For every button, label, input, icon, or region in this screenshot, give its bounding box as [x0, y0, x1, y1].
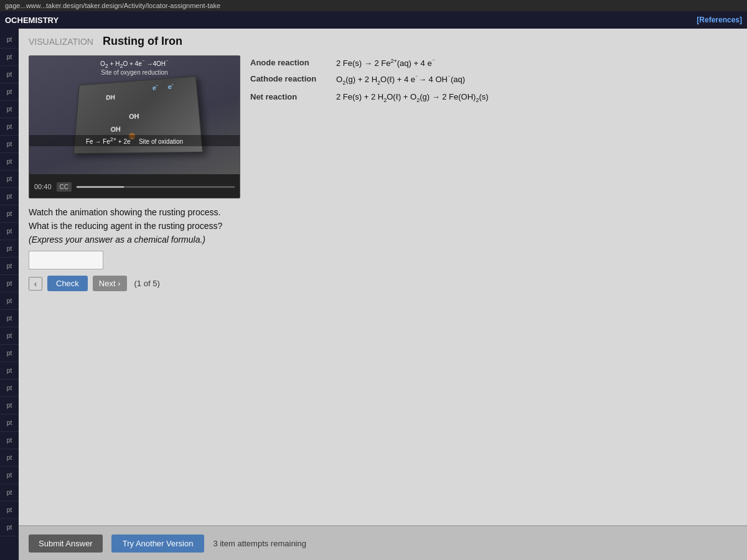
top-bar: gage...www...taker.design/taker.design/A…: [0, 0, 747, 11]
bottom-overlay: Fe → Fe2+ + 2e⁻ Site of oxidation: [29, 135, 240, 146]
electron-arrow-1: e-: [153, 82, 158, 91]
nav-row: ‹ Check Next › (1 of 5): [29, 276, 737, 291]
content-area: VISUALIZATION Rusting of Iron O2 + H2O +…: [19, 29, 747, 560]
sidebar-pt: pt: [0, 240, 19, 258]
check-button[interactable]: Check: [47, 276, 88, 291]
question-area: Watch the animation showing the rusting …: [29, 207, 737, 269]
page-title: VISUALIZATION Rusting of Iron: [29, 35, 737, 48]
sidebar-pt: pt: [0, 153, 19, 170]
sidebar-pt: pt: [0, 223, 19, 240]
sidebar-pt: pt: [0, 275, 19, 292]
subject-header: OCHEMISTRY [References]: [0, 11, 747, 29]
sidebar-pt: pt: [0, 188, 19, 205]
prev-button[interactable]: ‹: [29, 277, 42, 291]
sidebar-pt: pt: [0, 362, 19, 380]
progress-bar[interactable]: [77, 186, 235, 188]
sidebar-pt: pt: [0, 327, 19, 345]
sidebar-pt: pt: [0, 467, 19, 484]
question-2: What is the reducing agent in the rustin…: [29, 221, 737, 231]
net-label: Net reaction: [250, 92, 331, 101]
sidebar-pt: pt: [0, 397, 19, 414]
sidebar-pt: pt: [0, 66, 19, 83]
reactions-panel: Anode reaction 2 Fe(s) → 2 Fe2+(aq) + 4 …: [250, 55, 737, 198]
anode-label: Anode reaction: [250, 58, 331, 67]
title-text: Rusting of Iron: [103, 35, 182, 47]
animation-panel: O2 + H2O + 4e⁻ →4OH⁻ Site of oxygen redu…: [29, 55, 737, 198]
oh-label-1: DH: [106, 94, 115, 101]
sidebar-pt: pt: [0, 414, 19, 432]
sidebar-pt: pt: [0, 292, 19, 310]
oh-label-2: OH: [129, 113, 139, 120]
sidebar-pt: pt: [0, 49, 19, 66]
oh-label-3: OH: [111, 125, 121, 133]
try-another-button[interactable]: Try Another Version: [111, 534, 205, 553]
sidebar-pt: pt: [0, 502, 19, 519]
url-text: gage...www...taker.design/taker.design/A…: [5, 2, 220, 9]
video-container: O2 + H2O + 4e⁻ →4OH⁻ Site of oxygen redu…: [29, 55, 240, 198]
sidebar: pt pt pt pt pt pt pt pt pt pt pt pt pt p…: [0, 29, 19, 560]
cathode-row: Cathode reaction O2(g) + 2 H2O(ℓ) + 4 e⁻…: [250, 74, 737, 86]
question-1: Watch the animation showing the rusting …: [29, 207, 737, 217]
cathode-label: Cathode reaction: [250, 74, 331, 83]
sidebar-pt: pt: [0, 519, 19, 536]
next-button[interactable]: Next ›: [93, 276, 127, 291]
sidebar-pt: pt: [0, 449, 19, 467]
sidebar-pt: pt: [0, 310, 19, 327]
electron-arrow-2: e-: [167, 82, 174, 90]
sidebar-pt: pt: [0, 258, 19, 275]
sidebar-pt: pt: [0, 484, 19, 502]
sidebar-pt: pt: [0, 380, 19, 397]
sidebar-pt: pt: [0, 31, 19, 49]
sidebar-pt: pt: [0, 205, 19, 223]
top-overlay: O2 + H2O + 4e⁻ →4OH⁻ Site of oxygen redu…: [29, 58, 240, 76]
bottom-bar: Submit Answer Try Another Version 3 item…: [19, 525, 747, 560]
question-3: (Express your answer as a chemical formu…: [29, 235, 737, 245]
progress-text: (1 of 5): [134, 279, 160, 288]
net-eq: 2 Fe(s) + 2 H2O(ℓ) + O2(g) → 2 Fe(OH)2(s…: [336, 92, 489, 103]
top-overlay-line1: O2 + H2O + 4e⁻ →4OH⁻: [29, 58, 240, 69]
progress-fill: [77, 186, 124, 188]
net-row: Net reaction 2 Fe(s) + 2 H2O(ℓ) + O2(g) …: [250, 92, 737, 103]
sidebar-pt: pt: [0, 345, 19, 362]
references-link[interactable]: [References]: [697, 16, 742, 24]
sidebar-pt: pt: [0, 83, 19, 101]
sidebar-pt: pt: [0, 432, 19, 449]
sidebar-pt: pt: [0, 170, 19, 188]
time-display: 00:40: [34, 183, 52, 190]
sidebar-pt: pt: [0, 118, 19, 136]
cathode-eq: O2(g) + 2 H2O(ℓ) + 4 e⁻→ 4 OH⁻(aq): [336, 74, 465, 86]
sidebar-pt: pt: [0, 101, 19, 118]
viz-label: VISUALIZATION: [29, 37, 93, 47]
sidebar-pt: pt: [0, 136, 19, 153]
rust-scene: O2 + H2O + 4e⁻ →4OH⁻ Site of oxygen redu…: [29, 56, 240, 174]
attempts-text: 3 item attempts remaining: [213, 539, 306, 548]
video-controls: 00:40 CC: [29, 174, 240, 198]
submit-button[interactable]: Submit Answer: [29, 534, 103, 553]
cc-button[interactable]: CC: [57, 182, 72, 192]
anode-eq: 2 Fe(s) → 2 Fe2+(aq) + 4 e⁻: [336, 58, 435, 68]
top-overlay-line2: Site of oxygen reduction: [29, 69, 240, 76]
anode-row: Anode reaction 2 Fe(s) → 2 Fe2+(aq) + 4 …: [250, 58, 737, 68]
answer-input[interactable]: [29, 251, 103, 269]
subject-label: OCHEMISTRY: [5, 16, 59, 25]
main-layout: pt pt pt pt pt pt pt pt pt pt pt pt pt p…: [0, 29, 747, 560]
